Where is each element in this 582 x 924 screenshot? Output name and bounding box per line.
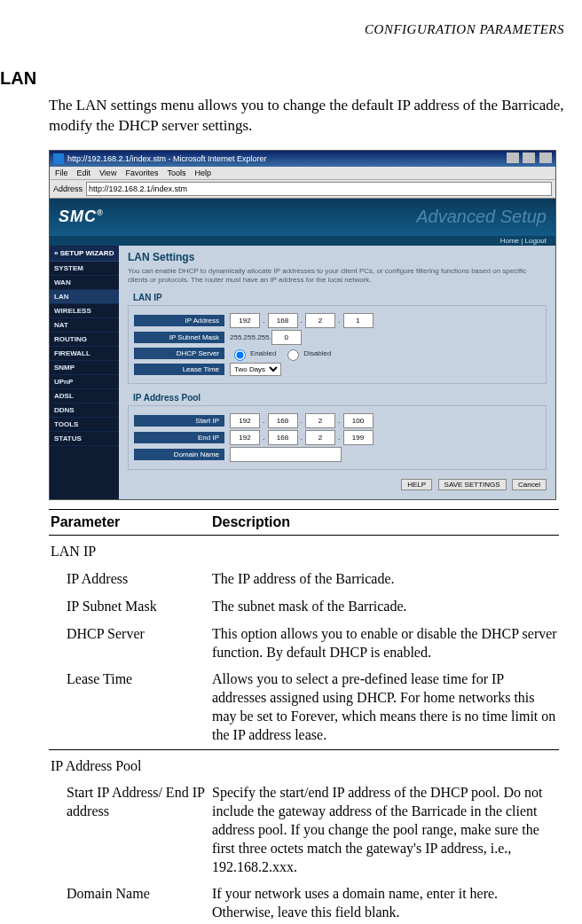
menu-edit[interactable]: Edit: [77, 168, 91, 177]
dhcp-disabled-radio[interactable]: [287, 349, 299, 361]
minimize-icon[interactable]: [507, 153, 519, 163]
start-ip-4[interactable]: [343, 413, 374, 428]
ip-pool-panel: Start IP . . . End IP . . .: [128, 405, 547, 470]
window-title: http://192.168.2.1/index.stm - Microsoft…: [67, 154, 267, 163]
start-ip-label: Start IP: [134, 415, 224, 427]
window-titlebar: http://192.168.2.1/index.stm - Microsoft…: [50, 151, 555, 167]
end-ip-2[interactable]: [268, 430, 298, 445]
table-row: LAN IP: [49, 536, 559, 566]
menu-file[interactable]: File: [55, 168, 68, 177]
subnet-mask-prefix: 255.255.255.: [230, 333, 271, 341]
close-icon[interactable]: [539, 153, 552, 163]
start-ip-2[interactable]: [268, 413, 298, 428]
lan-ip-label: LAN IP: [133, 293, 547, 302]
sidebar-item-adsl[interactable]: ADSL: [50, 389, 119, 403]
section-title: LAN: [0, 68, 564, 89]
end-ip-1[interactable]: [230, 430, 260, 445]
logo: SMC®: [59, 208, 104, 226]
table-row: IP Address Pool: [49, 749, 559, 779]
menu-favorites[interactable]: Favorites: [125, 168, 158, 177]
dhcp-enabled-radio[interactable]: [234, 349, 246, 361]
parameter-table: Parameter Description LAN IP IP Address …: [49, 509, 559, 924]
ip-octet-1[interactable]: [230, 313, 260, 328]
sidebar-item-wan[interactable]: WAN: [50, 276, 119, 290]
th-description: Description: [210, 509, 559, 536]
help-button[interactable]: HELP: [401, 479, 432, 490]
address-input[interactable]: [86, 182, 552, 196]
ip-address-label: IP Address: [134, 315, 224, 326]
banner-text: Advanced Setup: [416, 207, 547, 227]
table-row: Domain Name If your network uses a domai…: [49, 881, 559, 924]
table-row: Start IP Address/ End IP address Specify…: [49, 779, 559, 881]
sidebar-item-snmp[interactable]: SNMP: [50, 361, 119, 375]
subnet-mask-last[interactable]: [271, 330, 302, 345]
end-ip-label: End IP: [134, 432, 224, 443]
banner: SMC® Advanced Setup: [50, 199, 555, 236]
subbanner: Home | Logout: [50, 236, 555, 246]
cancel-button[interactable]: Cancel: [512, 479, 547, 490]
ip-octet-4[interactable]: [343, 313, 374, 328]
address-bar: Address: [50, 180, 555, 199]
content-description: You can enable DHCP to dynamically alloc…: [128, 267, 547, 286]
sidebar-item-lan[interactable]: LAN: [50, 290, 119, 304]
sidebar-item-system[interactable]: SYSTEM: [50, 262, 119, 276]
maximize-icon[interactable]: [523, 153, 535, 163]
sidebar-item-nat[interactable]: NAT: [50, 318, 119, 333]
ip-pool-label: IP Address Pool: [133, 393, 547, 403]
window-controls: [505, 153, 552, 165]
th-parameter: Parameter: [49, 509, 210, 536]
table-row: Lease Time Allows you to select a pre-de…: [49, 666, 559, 749]
end-ip-3[interactable]: [305, 430, 335, 445]
lease-time-label: Lease Time: [134, 364, 224, 375]
lan-ip-panel: IP Address . . . IP Subnet Mask 255.255.…: [128, 305, 547, 384]
content-pane: LAN Settings You can enable DHCP to dyna…: [119, 246, 555, 499]
domain-name-input[interactable]: [230, 447, 342, 462]
ie-icon: [53, 153, 64, 164]
end-ip-4[interactable]: [343, 430, 374, 445]
subnet-mask-label: IP Subnet Mask: [134, 332, 224, 343]
sidebar-item-wireless[interactable]: WIRELESS: [50, 304, 119, 318]
menu-view[interactable]: View: [99, 168, 116, 177]
ip-octet-2[interactable]: [268, 313, 298, 328]
sidebar-item-routing[interactable]: ROUTING: [50, 333, 119, 347]
lease-time-select[interactable]: Two Days: [230, 363, 281, 376]
table-row: DHCP Server This option allows you to en…: [49, 621, 559, 667]
start-ip-3[interactable]: [305, 413, 335, 428]
screenshot: http://192.168.2.1/index.stm - Microsoft…: [49, 150, 556, 500]
dhcp-server-label: DHCP Server: [134, 348, 224, 359]
running-head: CONFIGURATION PARAMETERS: [0, 22, 564, 37]
sidebar-wizard[interactable]: » SETUP WIZARD: [50, 246, 119, 262]
address-label: Address: [53, 184, 83, 193]
sidebar-item-status[interactable]: STATUS: [50, 432, 119, 446]
menu-tools[interactable]: Tools: [167, 168, 185, 177]
ip-octet-3[interactable]: [305, 313, 335, 328]
sidebar-item-firewall[interactable]: FIREWALL: [50, 347, 119, 361]
table-row: IP Subnet Mask The subnet mask of the Ba…: [49, 593, 559, 621]
menu-help[interactable]: Help: [194, 168, 211, 177]
table-row: IP Address The IP address of the Barrica…: [49, 566, 559, 593]
domain-name-label: Domain Name: [134, 449, 224, 460]
sidebar-item-tools[interactable]: TOOLS: [50, 418, 119, 432]
sidebar: » SETUP WIZARD SYSTEM WAN LAN WIRELESS N…: [50, 246, 119, 499]
sidebar-item-ddns[interactable]: DDNS: [50, 403, 119, 418]
start-ip-1[interactable]: [230, 413, 260, 428]
sidebar-item-upnp[interactable]: UPnP: [50, 375, 119, 389]
intro-paragraph: The LAN settings menu allows you to chan…: [49, 96, 564, 137]
menubar: File Edit View Favorites Tools Help: [50, 167, 555, 180]
save-settings-button[interactable]: SAVE SETTINGS: [438, 479, 507, 490]
content-heading: LAN Settings: [128, 251, 547, 263]
